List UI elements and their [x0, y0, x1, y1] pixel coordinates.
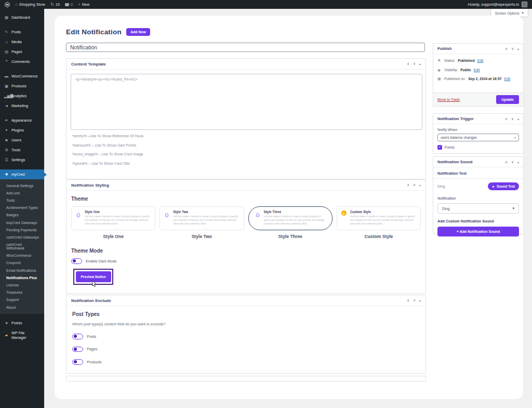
move-down-icon[interactable]: ∨ [413, 62, 416, 66]
collapse-icon[interactable]: ▴ [419, 183, 421, 187]
submenu-item-woocommerce[interactable]: WooCommerce [0, 252, 44, 259]
sidebar-item-dashboard[interactable]: ▦Dashboard [0, 12, 44, 22]
submenu-item-about[interactable]: About [0, 304, 44, 311]
move-down-icon[interactable]: ∨ [511, 117, 514, 121]
move-up-icon[interactable]: ∧ [407, 183, 409, 187]
sidebar-item-mycred[interactable]: ❖myCred [0, 169, 44, 179]
move-down-icon[interactable]: ∨ [511, 160, 514, 164]
submenu-item-buycred-gateways[interactable]: buyCred Gateways [0, 219, 44, 226]
sidebar: ▦Dashboard✎Posts♫Media▤Pages❝Comments▬Wo… [0, 9, 44, 408]
move-to-trash-link[interactable]: Move to Trash [437, 98, 460, 101]
sidebar-item-points[interactable]: ★Points [0, 318, 44, 328]
submenu-item-cashcred-gateways[interactable]: cashCred Gateways [0, 233, 44, 241]
move-down-icon[interactable]: ∨ [413, 298, 416, 302]
edit-published-link[interactable]: Edit [504, 76, 510, 82]
points-checkbox[interactable]: ✓ [437, 145, 442, 150]
add-notification-sound-button[interactable]: + Add Notification Sound [437, 227, 519, 236]
pages-toggle-label: Pages [87, 347, 97, 351]
theme-card-style-three[interactable]: Style ThreemyCred makes it simple to cre… [248, 206, 332, 230]
sidebar-item-label: Settings [11, 157, 25, 162]
updates-menu[interactable]: ↻ 10 [50, 2, 60, 7]
theme-card-custom-style[interactable]: ★Custom StylemyCred makes it simple to c… [337, 206, 421, 230]
collapse-icon[interactable]: ▴ [517, 47, 519, 50]
move-up-icon[interactable]: ∧ [505, 160, 508, 164]
sidebar-item-analytics[interactable]: ▂▅▇Analytics [0, 91, 44, 101]
move-up-icon[interactable]: ∧ [407, 298, 409, 302]
submenu-item-tools[interactable]: Tools [0, 196, 44, 204]
move-up-icon[interactable]: ∧ [505, 47, 508, 51]
new-menu[interactable]: + New [78, 2, 89, 7]
sidebar-item-comments[interactable]: ❝Comments [0, 57, 44, 67]
notification-title-input[interactable] [66, 43, 425, 52]
sidebar-item-posts[interactable]: ✎Posts [0, 27, 44, 37]
sidebar-item-settings[interactable]: ☰Settings [0, 155, 44, 165]
sidebar-item-users[interactable]: ☻Users [0, 135, 44, 145]
sidebar-item-label: WooCommerce [11, 74, 38, 78]
products-toggle[interactable] [72, 359, 83, 365]
wordpress-logo-icon[interactable]: W [5, 2, 10, 7]
submenu-item-coupons[interactable]: Coupons [0, 259, 44, 267]
submenu-item-support[interactable]: Support [0, 296, 44, 304]
users-icon: ☻ [4, 138, 9, 142]
collapse-icon[interactable]: ▴ [517, 161, 519, 164]
add-new-button[interactable]: Add New [126, 28, 150, 36]
sidebar-item-tools[interactable]: ⚙Tools [0, 145, 44, 155]
publish-metabox: Publish ∧ ∨ ▴ ⚑ Status: Published Edit ◉… [433, 43, 524, 107]
sound-test-button[interactable]: ► Sound Test [488, 182, 519, 190]
notify-when-select[interactable]: users balance changes ▾ [437, 134, 519, 141]
edit-visibility-link[interactable]: Edit [474, 68, 480, 73]
visibility-value: Public [460, 68, 471, 73]
mycred-submenu: General SettingsAdd-onsToolsAchievement … [0, 179, 44, 314]
submenu-item-treasures[interactable]: Treasures [0, 289, 44, 296]
collapse-icon[interactable]: ▴ [419, 299, 421, 302]
posts-toggle[interactable] [72, 334, 83, 339]
theme-card-style-two[interactable]: Style TwomyCred makes it simple to creat… [159, 206, 244, 230]
edit-status-link[interactable]: Edit [477, 58, 484, 64]
woocommerce-icon: ▬ [4, 74, 9, 78]
exclude-row-posts: Posts [72, 334, 420, 339]
sidebar-item-woocommerce[interactable]: ▬WooCommerce [0, 71, 44, 81]
sidebar-item-pages[interactable]: ▤Pages [0, 47, 44, 57]
theme-card-style-one[interactable]: Style OnemyCred makes it simple to creat… [71, 206, 155, 230]
sidebar-item-products[interactable]: ▣Products [0, 81, 44, 91]
placeholder-strip [66, 376, 426, 381]
comment-bubble-icon [65, 3, 69, 6]
pages-toggle[interactable] [72, 347, 83, 352]
theme-card-title: Style One [85, 210, 151, 214]
site-name-menu[interactable]: ⌂ Shopping Store [15, 2, 45, 7]
sidebar-item-label: Plugins [11, 128, 24, 133]
submenu-item-badges[interactable]: Badges [0, 212, 44, 219]
update-button[interactable]: Update [496, 95, 519, 104]
home-icon: ⌂ [15, 3, 18, 7]
howdy-text[interactable]: Howdy, support@wpexperts.io [468, 2, 519, 7]
avatar[interactable] [522, 2, 527, 7]
move-down-icon[interactable]: ∨ [511, 47, 514, 51]
dark-mode-toggle[interactable] [71, 258, 82, 264]
submenu-item-cashcred-withdrawal[interactable]: cashCred Withdrawal [0, 241, 44, 252]
collapse-icon[interactable]: ▴ [517, 117, 519, 121]
sidebar-item-media[interactable]: ♫Media [0, 37, 44, 47]
move-up-icon[interactable]: ∧ [505, 117, 508, 121]
submenu-item-achievement-types[interactable]: Achievement Types [0, 204, 44, 212]
submenu-item-license[interactable]: License [0, 281, 44, 288]
visibility-eye-icon: ◉ [437, 68, 442, 73]
notification-styling-title: Notification Styling [71, 183, 109, 188]
comments-menu[interactable]: 0 [65, 2, 73, 7]
submenu-item-pending-payments[interactable]: Pending Payments [0, 226, 44, 233]
submenu-item-notifications-plus[interactable]: Notifications Plus [0, 274, 44, 281]
move-up-icon[interactable]: ∧ [407, 62, 409, 66]
admin-bar: W ⌂ Shopping Store ↻ 10 0 + New Howdy, s… [0, 0, 532, 9]
status-label: Status: [444, 58, 455, 64]
submenu-item-email-notifications[interactable]: Email Notifications [0, 267, 44, 274]
content-template-textarea[interactable]: <p>%entry%</p><h1>%cred_f%</h1> [71, 74, 422, 130]
move-down-icon[interactable]: ∨ [413, 183, 416, 187]
sidebar-item-plugins[interactable]: ✦Plugins [0, 125, 44, 135]
sidebar-item-appearance[interactable]: ✒Appearance [0, 115, 44, 125]
sidebar-item-marketing[interactable]: ◄Marketing [0, 101, 44, 111]
submenu-item-general-settings[interactable]: General Settings [0, 182, 44, 189]
sidebar-item-wp-file-manager[interactable]: ▰WP File Manager [0, 328, 44, 343]
submenu-item-add-ons[interactable]: Add-ons [0, 189, 44, 196]
sidebar-item-label: Products [11, 84, 26, 88]
notification-sound-select[interactable]: Ding ▾ [437, 203, 519, 214]
collapse-icon[interactable]: ▴ [419, 62, 421, 65]
